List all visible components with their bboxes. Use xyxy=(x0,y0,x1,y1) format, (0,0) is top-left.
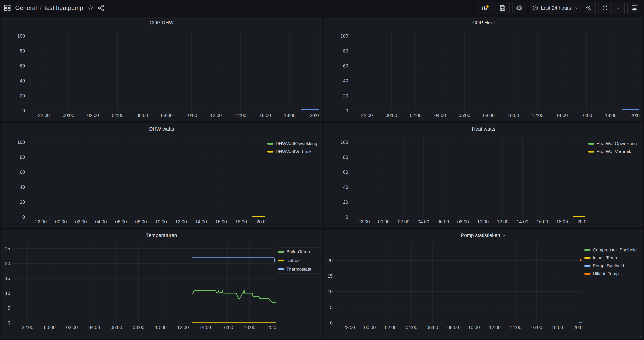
svg-text:10: 10 xyxy=(5,291,10,296)
chart-temperaturen[interactable]: 051015202522:0000:0002:0004:0006:0008:00… xyxy=(2,241,278,338)
svg-text:10:00: 10:00 xyxy=(155,325,166,330)
svg-text:15: 15 xyxy=(328,274,333,278)
svg-text:00:00: 00:00 xyxy=(63,113,74,118)
svg-text:16:00: 16:00 xyxy=(536,219,548,224)
zoom-out-icon xyxy=(586,5,592,11)
panel-title[interactable]: COP Heat xyxy=(324,18,643,28)
svg-text:02:00: 02:00 xyxy=(398,219,410,224)
legend-swatch xyxy=(588,151,594,152)
breadcrumb-dashboard-title[interactable]: test heatpump xyxy=(44,4,83,12)
legend-item[interactable]: Inlaat_Temp xyxy=(584,255,641,260)
svg-text:5: 5 xyxy=(330,305,333,310)
svg-text:20:0: 20:0 xyxy=(631,113,640,118)
apps-grid-icon[interactable] xyxy=(4,4,11,12)
legend-item[interactable]: Pomp_Snelheid xyxy=(584,263,641,268)
panel-resize-handle[interactable] xyxy=(639,334,642,338)
svg-text:5: 5 xyxy=(8,306,10,310)
panel-title[interactable]: DHW watts xyxy=(1,124,322,134)
svg-text:40: 40 xyxy=(343,78,348,84)
legend-swatch xyxy=(278,260,284,262)
legend-item[interactable]: DHWWattVerbruik xyxy=(267,149,320,154)
legend-item[interactable]: Compressor_Snelheid xyxy=(584,247,641,252)
chart-dhw-watts[interactable]: 02040608010022:0000:0002:0004:0006:0008:… xyxy=(2,134,267,227)
breadcrumb-separator: / xyxy=(40,4,42,12)
svg-text:10:00: 10:00 xyxy=(155,219,167,224)
svg-text:18:00: 18:00 xyxy=(244,325,256,330)
svg-text:100: 100 xyxy=(17,140,25,145)
svg-text:100: 100 xyxy=(340,33,348,38)
svg-text:06:00: 06:00 xyxy=(459,113,470,118)
dashboard-settings-button[interactable]: ⚙ xyxy=(512,2,526,14)
svg-text:0: 0 xyxy=(8,320,10,326)
panel-title[interactable]: Temperaturen xyxy=(1,230,322,241)
chart-heat-watts[interactable]: 02040608010022:0000:0002:0004:0006:0008:… xyxy=(325,134,588,227)
svg-text:0: 0 xyxy=(346,108,348,113)
legend-item[interactable]: Uitlaat_Temp xyxy=(584,271,641,276)
panel-temperaturen: Temperaturen 051015202522:0000:0002:0004… xyxy=(1,230,322,339)
breadcrumb-folder[interactable]: General xyxy=(15,4,37,12)
legend-swatch xyxy=(584,273,590,275)
legend-swatch xyxy=(588,143,594,144)
refresh-icon xyxy=(602,5,608,11)
legend-item[interactable]: HeatWattVerbruik xyxy=(588,149,641,154)
svg-text:60: 60 xyxy=(343,63,348,68)
panel-pomp-statistieken: Pomp statistieken 0510152022:0000:0002:0… xyxy=(324,230,643,339)
svg-text:04:00: 04:00 xyxy=(95,219,107,224)
svg-text:02:00: 02:00 xyxy=(385,325,396,330)
legend-swatch xyxy=(584,257,590,259)
svg-text:02:00: 02:00 xyxy=(410,113,422,118)
legend-label: Pomp_Snelheid xyxy=(593,263,624,268)
panel-cop-heat: COP Heat 02040608010022:0000:0002:0004:0… xyxy=(324,17,643,121)
chevron-down-icon xyxy=(574,6,578,10)
save-dashboard-button[interactable] xyxy=(496,2,510,14)
svg-text:0: 0 xyxy=(346,214,348,220)
svg-text:04:00: 04:00 xyxy=(434,113,446,118)
svg-text:10:00: 10:00 xyxy=(477,219,489,224)
svg-text:04:00: 04:00 xyxy=(406,325,418,330)
legend-item[interactable]: HeatWattOpwekking xyxy=(588,141,641,146)
legend-swatch xyxy=(584,249,590,251)
panel-title[interactable]: Pomp statistieken xyxy=(324,230,643,241)
breadcrumb: General / test heatpump xyxy=(15,4,83,12)
svg-text:08:00: 08:00 xyxy=(448,325,459,330)
svg-text:16:00: 16:00 xyxy=(222,325,233,330)
svg-text:80: 80 xyxy=(20,154,25,160)
chart-cop-heat[interactable]: 02040608010022:0000:0002:0004:0006:0008:… xyxy=(325,28,642,120)
legend: DHWWattOpwekkingDHWWattVerbruik xyxy=(266,134,321,226)
svg-text:10: 10 xyxy=(328,289,333,294)
zoom-out-time-button[interactable] xyxy=(582,2,596,14)
svg-text:40: 40 xyxy=(343,184,348,190)
legend-swatch xyxy=(267,143,274,144)
svg-text:20:0: 20:0 xyxy=(578,219,586,224)
svg-text:14:00: 14:00 xyxy=(517,219,528,224)
cycle-view-mode-button[interactable] xyxy=(627,2,642,14)
legend-item[interactable]: DHWWattOpwekking xyxy=(267,141,320,146)
chart-cop-dhw[interactable]: 02040608010022:0000:0002:0004:0006:0008:… xyxy=(2,28,321,120)
svg-text:80: 80 xyxy=(20,48,25,54)
svg-text:02:00: 02:00 xyxy=(87,113,99,118)
svg-text:14:00: 14:00 xyxy=(556,113,568,118)
legend-item[interactable]: BuitenTemp xyxy=(278,247,320,256)
svg-text:16:00: 16:00 xyxy=(531,325,542,330)
refresh-button[interactable] xyxy=(598,2,612,14)
panel-title[interactable]: Heat watts xyxy=(324,124,643,134)
svg-text:100: 100 xyxy=(17,33,25,38)
svg-text:20: 20 xyxy=(343,93,348,98)
svg-text:00:00: 00:00 xyxy=(364,325,376,330)
svg-text:12:00: 12:00 xyxy=(175,219,187,224)
legend-item[interactable]: Thermostaat xyxy=(278,265,320,274)
star-icon[interactable]: ☆ xyxy=(87,4,94,12)
panel-title[interactable]: COP DHW xyxy=(1,18,322,28)
svg-text:18:00: 18:00 xyxy=(556,219,568,224)
share-icon[interactable] xyxy=(98,4,104,11)
legend-label: Inlaat_Temp xyxy=(593,255,617,260)
svg-text:16:00: 16:00 xyxy=(260,113,271,118)
legend-item[interactable]: Defrost xyxy=(278,256,320,265)
add-panel-button[interactable] xyxy=(478,2,493,14)
svg-text:14:00: 14:00 xyxy=(235,113,246,118)
chart-pomp-statistieken[interactable]: 0510152022:0000:0002:0004:0006:0008:0010… xyxy=(325,241,584,338)
svg-text:60: 60 xyxy=(343,170,348,175)
svg-text:06:00: 06:00 xyxy=(110,325,122,330)
time-range-picker[interactable]: Last 24 hours xyxy=(528,2,582,14)
refresh-interval-dropdown[interactable] xyxy=(612,2,625,14)
